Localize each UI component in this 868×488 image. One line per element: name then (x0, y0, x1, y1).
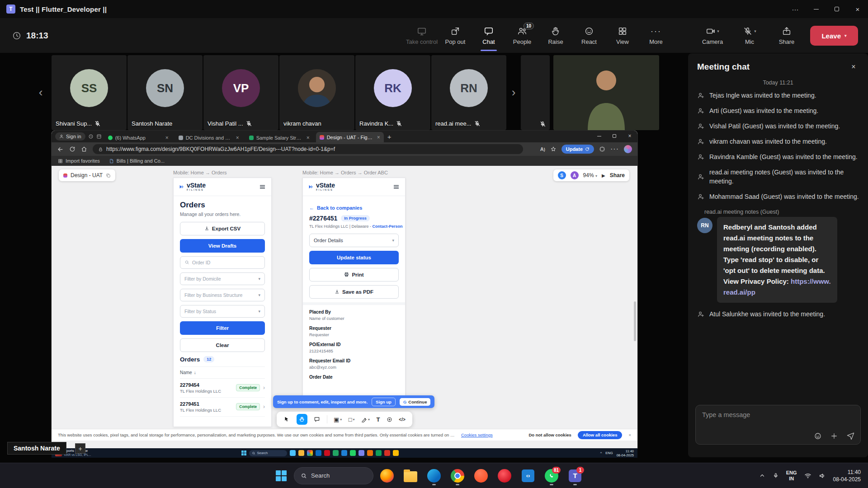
clear-button[interactable]: Clear (180, 338, 265, 352)
more-button[interactable]: ··· More (639, 18, 673, 53)
tray-mic-icon[interactable] (773, 473, 779, 479)
browser-maximize-button[interactable] (607, 131, 622, 141)
url-bar[interactable]: https://www.figma.com/design/9BKQ0FOHRWa… (93, 144, 523, 154)
vscode-icon[interactable]: ‹› (518, 466, 538, 486)
brave-icon[interactable] (471, 466, 491, 486)
pinned-app-icon[interactable] (316, 450, 321, 456)
chrome-icon[interactable] (448, 466, 467, 486)
google-continue-button[interactable]: GContinue (400, 398, 431, 406)
opera-icon[interactable] (495, 466, 514, 486)
participant-tile[interactable]: RK Ravindra K... (355, 55, 430, 130)
tab-close-icon[interactable]: × (165, 135, 169, 141)
leave-button[interactable]: Leave ▾ (810, 26, 858, 46)
pinned-app-icon[interactable] (324, 450, 330, 456)
deny-cookies-button[interactable]: Do not allow cookies (528, 432, 571, 437)
extensions-icon[interactable] (599, 146, 605, 152)
tab-close-icon[interactable]: × (377, 134, 380, 141)
language-indicator[interactable]: ENGIN (786, 470, 797, 482)
tray-chevron-icon[interactable] (759, 473, 765, 479)
text-tool-icon[interactable]: T (376, 416, 380, 423)
comment-tool-icon[interactable] (314, 416, 320, 422)
name-column-header[interactable]: Name↓ (180, 366, 265, 379)
hamburger-icon[interactable] (393, 183, 400, 190)
pinned-app-icon[interactable] (376, 450, 382, 456)
volume-icon[interactable] (819, 472, 826, 479)
pinned-app-icon[interactable] (384, 450, 390, 456)
pinned-app-icon[interactable] (393, 450, 399, 456)
spotlight-tile[interactable] (553, 55, 659, 130)
dev-mode-icon[interactable]: </> (399, 417, 405, 422)
order-row[interactable]: 2279451TL Flex Holdings LLC Complete › (180, 398, 265, 417)
pinned-app-icon[interactable] (290, 450, 296, 456)
pinned-app-icon[interactable] (359, 450, 364, 456)
filter-business-structure-select[interactable]: Filter by Business Structure▾ (180, 289, 265, 301)
camera-button[interactable]: ▾ Camera (696, 26, 729, 45)
minimize-button[interactable] (806, 0, 826, 18)
figma-share-button[interactable]: Share (610, 172, 625, 178)
print-button[interactable]: Print (309, 268, 399, 282)
take-control-button[interactable]: Take control (405, 18, 439, 53)
participant-tile[interactable]: RN read.ai mee... (431, 55, 506, 130)
pinned-app-icon[interactable] (307, 450, 313, 456)
home-icon[interactable] (81, 146, 87, 152)
react-button[interactable]: React (572, 18, 606, 53)
filter-domicile-select[interactable]: Filter by Domicile▾ (180, 272, 265, 285)
page-scrollbar[interactable] (634, 301, 636, 341)
update-status-button[interactable]: Update status (309, 251, 399, 264)
chat-close-icon[interactable]: × (847, 61, 860, 73)
message-input[interactable] (702, 411, 854, 418)
taskbar-search[interactable]: Search (294, 467, 373, 484)
filmstrip-next-button[interactable]: › (508, 83, 519, 101)
favorite-star-icon[interactable] (550, 146, 557, 152)
order-row[interactable]: 2279454TL Flex Holdings LLC Complete › (180, 379, 265, 398)
attach-plus-icon[interactable] (830, 432, 838, 440)
allow-cookies-button[interactable]: Allow all cookies (578, 431, 623, 439)
browser-tab[interactable]: Sample Salary Structure with cal... × (245, 133, 313, 142)
people-button[interactable]: 10 People (505, 18, 539, 53)
pinned-app-icon[interactable] (350, 450, 356, 456)
share-button[interactable]: Share (770, 26, 803, 45)
presenter-pin-button[interactable]: + (75, 443, 85, 454)
mic-dropdown-icon[interactable]: ▾ (754, 29, 756, 33)
order-id-input[interactable]: Order ID (180, 256, 265, 269)
leave-dropdown-icon[interactable]: ▾ (844, 33, 847, 38)
back-to-companies-link[interactable]: ←Back to companies (309, 205, 399, 211)
browser-minimize-button[interactable] (591, 131, 607, 141)
chat-button[interactable]: Chat (472, 18, 505, 53)
contact-person-link[interactable]: Contact-Person (373, 224, 403, 229)
pinned-app-icon[interactable] (341, 450, 347, 456)
window-more-icon[interactable]: ··· (785, 0, 806, 18)
view-drafts-button[interactable]: View Drafts (180, 239, 265, 253)
collaborator-avatar[interactable]: S (558, 171, 566, 179)
taskbar-clock[interactable]: 11:4008-04-2025 (833, 469, 861, 483)
start-icon[interactable] (241, 450, 246, 455)
collaborator-avatar[interactable]: A (571, 171, 579, 179)
hand-tool-icon[interactable] (297, 414, 307, 425)
frame-tool-icon[interactable]: ▣▾ (334, 416, 342, 423)
order-details-select[interactable]: Order Details▾ (309, 234, 399, 247)
figma-frame-order-detail[interactable]: vStateFILINGS ←Back to companies #227645… (302, 178, 406, 400)
tab-actions-icon[interactable] (96, 134, 102, 139)
pinned-app-icon[interactable] (298, 450, 304, 456)
participant-tile-partial[interactable] (521, 55, 550, 130)
frame-label[interactable]: Mobile: Home → Orders (173, 170, 227, 175)
edge-icon[interactable] (424, 466, 444, 486)
figma-breadcrumb[interactable]: Design - UAT (59, 169, 115, 181)
filter-status-select[interactable]: Filter by Status▾ (180, 305, 265, 318)
tab-close-icon[interactable]: × (307, 135, 310, 141)
start-button[interactable] (271, 466, 291, 486)
new-tab-button[interactable]: + (387, 133, 392, 141)
presenter-systray[interactable]: ^ ENG 11:4008-04-2025 (600, 449, 634, 457)
file-explorer-icon[interactable] (401, 466, 420, 486)
signup-button[interactable]: Sign up (372, 398, 396, 406)
participant-tile[interactable]: VP Vishal Patil ... (203, 55, 278, 130)
bookmark-bills[interactable]: Bills | Billing and Co... (109, 158, 165, 164)
pinned-app-icon[interactable] (367, 450, 373, 456)
browser-update-button[interactable]: Update (561, 145, 594, 154)
firefox-icon[interactable] (377, 466, 397, 486)
browser-close-button[interactable]: × (622, 131, 637, 141)
mic-button[interactable]: ▾ Mic (733, 26, 766, 45)
filter-button[interactable]: Filter (180, 321, 265, 335)
send-icon[interactable] (846, 432, 855, 440)
camera-dropdown-icon[interactable]: ▾ (717, 29, 719, 33)
